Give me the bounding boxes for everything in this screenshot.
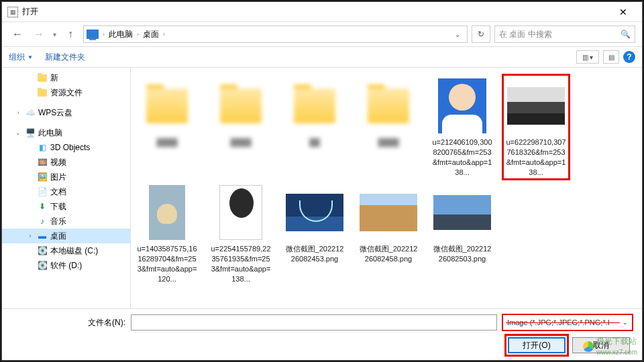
folder-item[interactable]: ████ bbox=[209, 76, 273, 178]
tree-item-pictures[interactable]: 🖼️图片 bbox=[2, 170, 130, 184]
chevron-right-icon: › bbox=[103, 31, 105, 38]
tree-item-disk-c[interactable]: 💽本地磁盘 (C:) bbox=[2, 243, 130, 258]
app-icon: ▦ bbox=[7, 7, 18, 17]
download-icon: ⬇ bbox=[37, 202, 48, 211]
document-icon: 📄 bbox=[37, 187, 48, 196]
open-button[interactable]: 打开(O) bbox=[508, 337, 566, 353]
search-icon: 🔍 bbox=[621, 29, 631, 39]
tree-item-disk-d[interactable]: 💽软件 (D:) bbox=[2, 258, 130, 273]
chevron-down-icon: ▼ bbox=[28, 54, 33, 60]
file-list[interactable]: ████ ████ ██ ████ u=212406109,3008200765… bbox=[131, 68, 642, 308]
folder-item[interactable]: ████ bbox=[356, 76, 421, 178]
music-icon: ♪ bbox=[37, 217, 48, 226]
tree-item-wps[interactable]: ›☁️WPS云盘 bbox=[2, 105, 130, 120]
crumb-pc[interactable]: 此电脑 bbox=[106, 29, 136, 40]
tree-item-pc[interactable]: ⌄🖥️此电脑 bbox=[2, 125, 130, 140]
tree-item-documents[interactable]: 📄文档 bbox=[2, 184, 130, 199]
desktop-icon: ▬ bbox=[37, 231, 48, 241]
window-title: 打开 bbox=[22, 6, 610, 17]
image-item[interactable]: 微信截图_202212260824​58.png bbox=[356, 182, 421, 285]
filetype-combo[interactable]: Image (*.JPG;*.JPEG;*.PNG;*.I ⌄ bbox=[502, 314, 633, 330]
disk-icon: 💽 bbox=[37, 246, 48, 255]
close-button[interactable]: ✕ bbox=[610, 3, 637, 21]
toolbar: 组织▼ 新建文件夹 ▥ ▾ ▤ ? bbox=[2, 46, 642, 68]
video-icon: 🎞️ bbox=[37, 158, 48, 167]
footer: 文件名(N): Image (*.JPG;*.JPEG;*.PNG;*.I ⌄ … bbox=[2, 308, 642, 360]
tree-item[interactable]: 资源文件 bbox=[2, 85, 130, 100]
tree-item-video[interactable]: 🎞️视频 bbox=[2, 155, 130, 170]
dialog-body: 新 资源文件 ›☁️WPS云盘 ⌄🖥️此电脑 ◧3D Objects 🎞️视频 … bbox=[2, 68, 642, 308]
forward-button[interactable]: → bbox=[30, 25, 48, 43]
view-mode-button[interactable]: ▥ ▾ bbox=[576, 50, 599, 64]
breadcrumb-dropdown[interactable]: ⌄ bbox=[451, 31, 464, 38]
tree-item[interactable]: 新 bbox=[2, 70, 130, 85]
tree-item-3d[interactable]: ◧3D Objects bbox=[2, 140, 130, 155]
open-dialog: ▦ 打开 ✕ ← → ▾ ↑ › 此电脑 › 桌面 › ⌄ ↻ 在 桌面 中搜索… bbox=[1, 1, 643, 361]
titlebar: ▦ 打开 ✕ bbox=[2, 2, 642, 22]
filename-label: 文件名(N): bbox=[11, 317, 125, 328]
chevron-right-icon: › bbox=[163, 31, 165, 38]
image-item[interactable]: 微信截图_202212260825​03.png bbox=[430, 182, 494, 285]
tree-item-music[interactable]: ♪音乐 bbox=[2, 214, 130, 229]
image-item[interactable]: 微信截图_202212260824​53.png bbox=[282, 182, 347, 285]
help-button[interactable]: ? bbox=[623, 51, 635, 63]
tree-item-downloads[interactable]: ⬇下载 bbox=[2, 199, 130, 214]
picture-icon: 🖼️ bbox=[37, 172, 48, 182]
disk-icon: 💽 bbox=[37, 261, 48, 270]
folder-item[interactable]: ██ bbox=[282, 76, 347, 178]
navbar: ← → ▾ ↑ › 此电脑 › 桌面 › ⌄ ↻ 在 桌面 中搜索 🔍 bbox=[2, 22, 642, 46]
preview-pane-button[interactable]: ▤ bbox=[603, 50, 619, 64]
breadcrumb[interactable]: › 此电脑 › 桌面 › ⌄ bbox=[83, 25, 468, 43]
search-placeholder: 在 桌面 中搜索 bbox=[499, 29, 552, 40]
cancel-button[interactable]: 取消 bbox=[572, 337, 630, 353]
filename-input[interactable] bbox=[131, 314, 497, 330]
nav-tree[interactable]: 新 资源文件 ›☁️WPS云盘 ⌄🖥️此电脑 ◧3D Objects 🎞️视频 … bbox=[2, 68, 131, 308]
recent-dropdown-icon[interactable]: ▾ bbox=[53, 31, 56, 38]
image-item[interactable]: u=1403587575,1616289704&fm=253&fmt=auto&… bbox=[135, 182, 199, 285]
pc-icon bbox=[87, 29, 99, 39]
back-button[interactable]: ← bbox=[9, 25, 26, 43]
chevron-right-icon: › bbox=[137, 31, 139, 38]
up-button[interactable]: ↑ bbox=[62, 25, 79, 43]
new-folder-button[interactable]: 新建文件夹 bbox=[45, 52, 85, 63]
cloud-icon: ☁️ bbox=[25, 108, 36, 117]
organize-menu[interactable]: 组织▼ bbox=[9, 52, 33, 63]
folder-item[interactable]: ████ bbox=[135, 76, 199, 178]
crumb-desktop[interactable]: 桌面 bbox=[140, 29, 162, 40]
cube-icon: ◧ bbox=[37, 143, 48, 152]
image-item[interactable]: u=2254155789,2235761935&fm=253&fmt=auto&… bbox=[209, 182, 273, 285]
pc-icon: 🖥️ bbox=[25, 128, 36, 137]
image-item-selected[interactable]: u=622298710,3077618326&fm=253&fmt=auto&a… bbox=[504, 76, 568, 178]
refresh-button[interactable]: ↻ bbox=[472, 25, 490, 43]
chevron-down-icon: ⌄ bbox=[623, 319, 628, 326]
tree-item-desktop[interactable]: ›▬桌面 bbox=[2, 229, 130, 243]
image-item[interactable]: u=212406109,3008200765&fm=253&fmt=auto&a… bbox=[430, 76, 494, 178]
search-input[interactable]: 在 桌面 中搜索 🔍 bbox=[494, 25, 635, 43]
